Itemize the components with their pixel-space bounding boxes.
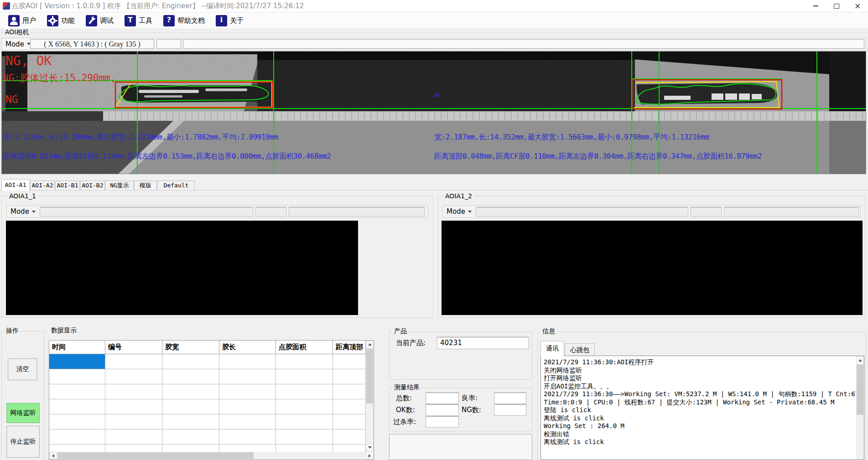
camera-mode-bar: Mode ( X 6568, Y 1463 ) : ( Gray 135 ) [1, 38, 866, 50]
camera-group-label: AOI相机 [4, 28, 30, 36]
toolbar-item-about[interactable]: i 关于 [213, 14, 246, 27]
total-field[interactable] [426, 393, 459, 404]
table-cell[interactable] [219, 429, 276, 444]
stop-listen-button[interactable]: 停止监听 [6, 426, 40, 458]
table-cell[interactable] [333, 369, 366, 384]
table-cell[interactable] [49, 429, 105, 444]
table-cell[interactable] [49, 399, 105, 414]
network-listen-button[interactable]: 网络监听 [6, 403, 40, 423]
message-panel [389, 434, 532, 460]
table-cell[interactable] [105, 414, 162, 429]
close-button[interactable]: × [847, 0, 868, 12]
table-cell[interactable] [105, 384, 162, 399]
info-group-label: 信息 [541, 327, 557, 336]
table-cell[interactable] [162, 399, 219, 414]
table-cell[interactable] [219, 369, 276, 384]
table-horizontal-scrollbar[interactable] [49, 452, 374, 460]
toolbar-item-help[interactable]: ? 帮助文档 [161, 14, 208, 27]
table-cell[interactable] [49, 369, 105, 384]
column-header-time[interactable]: 时间 [49, 341, 105, 354]
table-cell[interactable] [333, 429, 366, 444]
table-cell[interactable] [105, 399, 162, 414]
column-header-length[interactable]: 胶长 [219, 341, 276, 354]
table-cell[interactable] [105, 429, 162, 444]
toolbar-item-function[interactable]: 功能 [44, 14, 78, 27]
table-cell[interactable] [162, 354, 219, 369]
horizontal-scroll-thumb[interactable] [57, 452, 254, 459]
yield-field[interactable] [494, 393, 526, 404]
ng-count-label: NG数: [462, 406, 481, 414]
comms-log[interactable]: 2021/7/29 11:36:30:AOI程序打开 关闭网络监听 打开网络监听… [541, 356, 864, 460]
log-scroll-thumb[interactable] [857, 365, 863, 415]
scroll-up-button[interactable] [366, 341, 374, 348]
tab-default[interactable]: Default [157, 181, 195, 190]
table-cell[interactable] [333, 384, 366, 399]
panel-aoia1-2: AOIA1_2 Mode [437, 196, 866, 318]
minimize-button[interactable] [805, 0, 826, 12]
table-cell[interactable] [333, 354, 366, 369]
tab-aoi-a2[interactable]: AOI-A2 [30, 181, 55, 190]
aoia1-2-image-canvas[interactable] [442, 221, 863, 315]
log-line: 离线测试 is click [544, 438, 863, 446]
table-cell[interactable] [49, 384, 105, 399]
table-cell[interactable] [162, 384, 219, 399]
toolbar-item-user[interactable]: 用户 [5, 14, 39, 27]
table-cell[interactable] [276, 414, 333, 429]
tab-comms[interactable]: 通讯 [541, 341, 564, 356]
scroll-down-button[interactable] [366, 444, 374, 451]
maximize-button[interactable] [826, 0, 847, 12]
table-cell[interactable] [333, 399, 366, 414]
scroll-right-button[interactable] [366, 452, 374, 460]
app-window: 点胶AOI [ Version : 1.0.0.9 ] 程序 【当前用户: En… [0, 0, 868, 460]
tab-aoi-a1[interactable]: AOI-A1 [1, 179, 30, 191]
table-cell[interactable] [49, 414, 105, 429]
current-product-field[interactable]: 40231 [437, 337, 529, 349]
overkill-field[interactable] [426, 416, 459, 428]
aoia1-1-image-canvas[interactable] [6, 221, 358, 315]
table-vertical-scrollbar[interactable] [366, 341, 374, 451]
tab-heartbeat[interactable]: 心跳包 [565, 343, 595, 356]
column-header-width[interactable]: 胶宽 [162, 341, 219, 354]
table-cell[interactable] [276, 384, 333, 399]
log-scrollbar[interactable] [856, 357, 864, 460]
table-cell[interactable] [276, 354, 333, 369]
panel-aoia1-1: AOIA1_1 Mode [1, 196, 433, 318]
mode-label: Mode [447, 207, 465, 216]
data-table: 时间 编号 胶宽 胶长 点胶面积 距离顶部 [49, 340, 374, 460]
table-cell[interactable] [105, 354, 162, 369]
vertical-scroll-thumb[interactable] [366, 349, 373, 403]
table-cell[interactable] [219, 414, 276, 429]
table-cell[interactable] [219, 399, 276, 414]
user-icon [8, 15, 20, 26]
column-header-area[interactable]: 点胶面积 [276, 341, 333, 354]
measurement-group-label: 测量结果 [392, 383, 421, 392]
table-cell-selected[interactable] [49, 354, 105, 369]
tab-ng-display[interactable]: NG显示 [105, 181, 134, 190]
table-cell[interactable] [219, 384, 276, 399]
table-cell[interactable] [219, 354, 276, 369]
column-header-id[interactable]: 编号 [105, 341, 162, 354]
clear-button[interactable]: 清空 [8, 358, 37, 380]
scroll-left-button[interactable] [49, 452, 57, 460]
table-cell[interactable] [162, 369, 219, 384]
table-cell[interactable] [276, 429, 333, 444]
tab-aoi-b1[interactable]: AOI-B1 [55, 181, 80, 190]
tab-aoi-b2[interactable]: AOI-B2 [80, 181, 105, 190]
current-product-label: 当前产品: [396, 339, 426, 347]
table-cell[interactable] [276, 399, 333, 414]
right-measure-line1: 宽:2.187mm,长:14.352mm,最大胶宽:1.5663mm,最小:0.… [434, 133, 709, 142]
log-scroll-up-button[interactable] [856, 357, 864, 364]
table-cell[interactable] [276, 369, 333, 384]
ok-count-field[interactable] [426, 404, 459, 416]
table-cell[interactable] [333, 414, 366, 429]
ng-count-field[interactable] [494, 404, 526, 416]
camera-image-viewport[interactable]: NG, OK NG:胶体过长:15.290mm, NG OK 宽:2.215mm… [1, 51, 866, 174]
column-header-top-distance[interactable]: 距离顶部 [333, 341, 366, 354]
table-cell[interactable] [105, 369, 162, 384]
tab-template[interactable]: 模版 [134, 181, 157, 190]
toolbar-item-debug[interactable]: 调试 [83, 14, 116, 27]
table-cell[interactable] [162, 429, 219, 444]
aoia1-1-field2 [255, 207, 286, 217]
table-cell[interactable] [162, 414, 219, 429]
toolbar-item-tools[interactable]: T 工具 [122, 14, 155, 27]
